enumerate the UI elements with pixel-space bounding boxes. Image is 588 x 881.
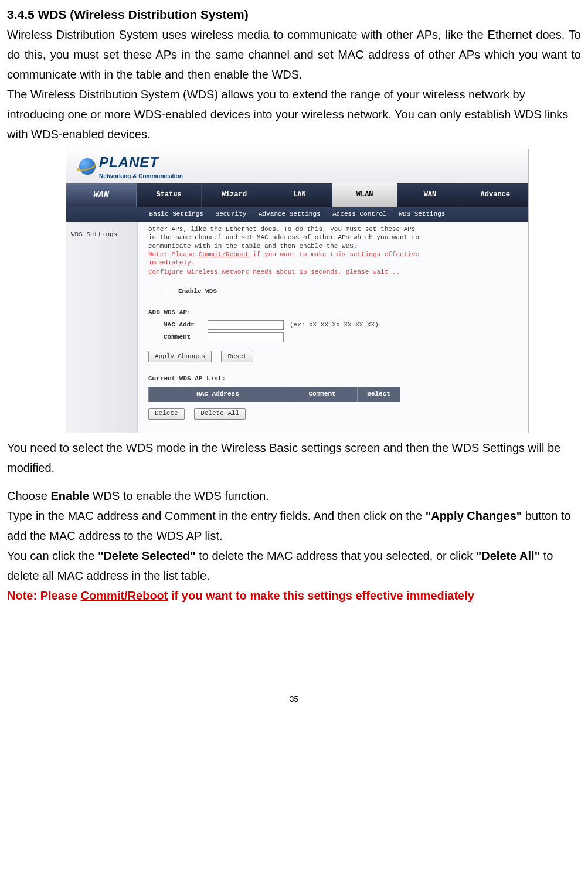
logo-bar: PLANET Networking & Communication: [66, 149, 528, 183]
nav-advance[interactable]: Advance: [463, 183, 528, 207]
intro-l3: communicate with in the table and then e…: [148, 242, 518, 250]
body: WDS Settings other APs, like the Etherne…: [66, 222, 528, 433]
nav-left-label: WAN: [66, 183, 137, 207]
enable-wds-row: Enable WDS: [164, 287, 518, 297]
commit-reboot-link[interactable]: Commit/Reboot: [199, 251, 249, 258]
nav-wizard[interactable]: Wizard: [202, 183, 267, 207]
intro-l1: other APs, like the Ethernet does. To do…: [148, 225, 518, 233]
form-button-row: Apply Changes Reset: [148, 351, 518, 362]
logo-subtext: Networking & Communication: [99, 172, 183, 181]
delete-button[interactable]: Delete: [148, 408, 185, 420]
current-list-label: Current WDS AP List:: [148, 374, 518, 385]
nav-wan[interactable]: WAN: [397, 183, 463, 207]
enable-line: Choose Enable WDS to enable the WDS func…: [7, 486, 581, 506]
mac-label: MAC Addr: [164, 320, 208, 331]
subnav-advance[interactable]: Advance Settings: [259, 210, 321, 217]
comment-input[interactable]: [208, 332, 284, 342]
apply-changes-button[interactable]: Apply Changes: [148, 351, 212, 362]
delete-line: You can click the "Delete Selected" to d…: [7, 546, 581, 586]
enable-wds-label: Enable WDS: [178, 287, 217, 297]
subnav-wds[interactable]: WDS Settings: [399, 210, 445, 217]
type-line: Type in the MAC address and Comment in t…: [7, 506, 581, 546]
mac-row: MAC Addr (ex: XX-XX-XX-XX-XX-XX): [164, 320, 518, 331]
page-number: 35: [7, 693, 581, 717]
commit-reboot-text: Commit/Reboot: [81, 589, 168, 602]
add-wds-ap-label: ADD WDS AP:: [148, 308, 518, 318]
enable-bold: Enable: [51, 489, 90, 502]
subnav-security[interactable]: Security: [216, 210, 247, 217]
subnav-basic[interactable]: Basic Settings: [149, 210, 203, 217]
nav-wlan[interactable]: WLAN: [332, 183, 397, 207]
wds-ap-table: MAC Address Comment Select: [148, 387, 400, 402]
router-ui-screenshot: PLANET Networking & Communication WAN St…: [66, 149, 529, 434]
apply-changes-bold: "Apply Changes": [426, 509, 522, 522]
comment-row: Comment: [164, 332, 518, 343]
sidebar-wds-settings[interactable]: WDS Settings: [71, 230, 132, 240]
th-mac: MAC Address: [149, 387, 287, 402]
enable-wds-checkbox[interactable]: [164, 288, 171, 295]
main-nav: WAN Status Wizard LAN WLAN WAN Advance: [66, 183, 528, 207]
nav-status[interactable]: Status: [137, 183, 202, 207]
mac-input[interactable]: [208, 320, 284, 330]
intro-note-line2: immediately.: [148, 258, 518, 267]
mac-hint: (ex: XX-XX-XX-XX-XX-XX): [290, 320, 379, 331]
intro-note-line1: Note: Please Commit/Reboot if you want t…: [148, 250, 518, 258]
th-comment: Comment: [287, 387, 357, 402]
intro-text: other APs, like the Ethernet does. To do…: [148, 225, 518, 276]
after-screenshot-para: You need to select the WDS mode in the W…: [7, 438, 581, 478]
comment-label: Comment: [164, 332, 208, 343]
subnav-access[interactable]: Access Control: [332, 210, 386, 217]
reset-button[interactable]: Reset: [221, 351, 253, 362]
intro-paragraph-1: Wireless Distribution System uses wirele…: [7, 25, 581, 84]
intro-paragraph-2: The Wireless Distribution System (WDS) a…: [7, 84, 581, 144]
note-line: Note: Please Commit/Reboot if you want t…: [7, 586, 581, 606]
sidebar: WDS Settings: [66, 222, 138, 433]
logo-text: PLANET: [99, 151, 183, 174]
delete-all-bold: "Delete All": [476, 549, 540, 562]
section-heading: 3.4.5 WDS (Wireless Distribution System): [7, 5, 581, 25]
th-select: Select: [358, 387, 400, 402]
planet-logo-icon: [79, 158, 96, 175]
delete-selected-bold: "Delete Selected": [98, 549, 196, 562]
main-panel: other APs, like the Ethernet does. To do…: [138, 222, 528, 433]
sub-nav: Basic Settings Security Advance Settings…: [66, 207, 528, 222]
delete-button-row: Delete Delete All: [148, 408, 518, 420]
intro-wait: Configure Wireless Network needs about 1…: [148, 268, 518, 276]
nav-lan[interactable]: LAN: [267, 183, 332, 207]
delete-all-button[interactable]: Delete All: [194, 408, 246, 420]
intro-l2: in the same channel and set MAC address …: [148, 233, 518, 241]
